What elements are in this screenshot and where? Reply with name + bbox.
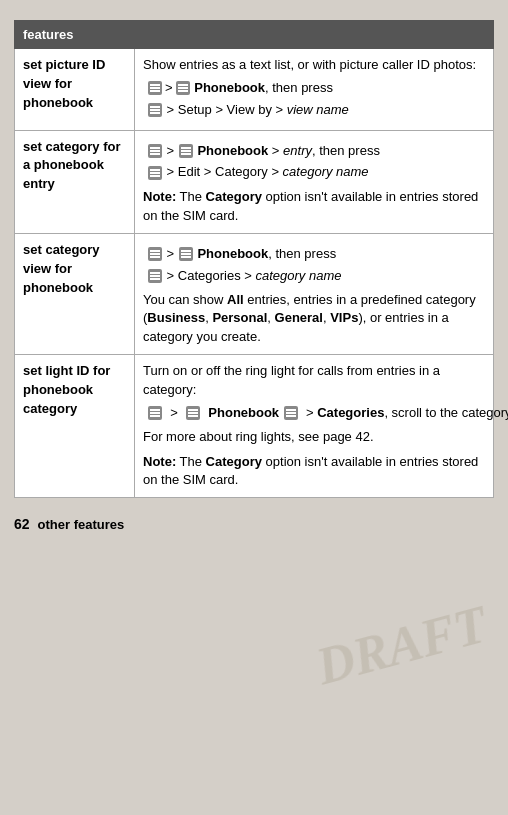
icon-area: > Phonebook, then press [147, 79, 333, 98]
table-row: set category for a phonebook entry > Pho… [15, 130, 494, 233]
menu-icon [148, 103, 162, 117]
draft-watermark: DRAFT [310, 595, 493, 697]
menu-icon [148, 247, 162, 261]
instructions-block: > Phonebook > entry, then press > Edit >… [143, 142, 485, 183]
features-table: features set picture ID view for phonebo… [14, 20, 494, 498]
menu-icon [148, 81, 162, 95]
extra-description: For more about ring lights, see page 42. [143, 428, 485, 447]
feature-content: > Phonebook, then press > Categories > c… [135, 233, 494, 354]
description-text: Turn on or off the ring light for calls … [143, 363, 440, 397]
page-footer: 62 other features [14, 498, 494, 540]
menu-icon [186, 406, 200, 420]
instructions-block: > Phonebook > Categories, scroll to the … [143, 404, 485, 423]
note-text: Note: The Category option isn't availabl… [143, 188, 485, 226]
feature-content: Turn on or off the ring light for calls … [135, 355, 494, 498]
instruction-line-1: > Phonebook > Categories, scroll to the … [143, 404, 485, 423]
menu-icon [284, 406, 298, 420]
menu-icon [148, 166, 162, 180]
menu-icon [148, 406, 162, 420]
menu-icon [179, 144, 193, 158]
menu-icon [148, 144, 162, 158]
menu-icon [179, 247, 193, 261]
menu-icon [148, 269, 162, 283]
note-text: Note: The Category option isn't availabl… [143, 453, 485, 491]
description-text: Show entries as a text list, or with pic… [143, 57, 476, 72]
instruction-line-1: > Phonebook, then press [143, 79, 485, 98]
table-row: set category view for phonebook > Phoneb… [15, 233, 494, 354]
instruction-line-2: > Edit > Category > category name [143, 163, 485, 182]
footer-label: other features [38, 517, 125, 532]
instruction-line-2: > Setup > View by > view name [143, 101, 485, 120]
menu-icon [176, 81, 190, 95]
feature-label: set light ID for phonebook category [15, 355, 135, 498]
feature-label: set category for a phonebook entry [15, 130, 135, 233]
instruction-line-2: > Categories > category name [143, 267, 485, 286]
feature-label: set picture ID view for phonebook [15, 49, 135, 131]
table-row: set picture ID view for phonebook Show e… [15, 49, 494, 131]
feature-content: > Phonebook > entry, then press > Edit >… [135, 130, 494, 233]
feature-content: Show entries as a text list, or with pic… [135, 49, 494, 131]
extra-description: You can show All entries, entries in a p… [143, 291, 485, 348]
table-header: features [15, 21, 494, 49]
instruction-line-1: > Phonebook > entry, then press [143, 142, 485, 161]
instruction-line-1: > Phonebook, then press [143, 245, 485, 264]
instructions-block: > Phonebook, then press > Setup > View b… [143, 79, 485, 120]
page-number: 62 [14, 516, 30, 532]
instructions-block: > Phonebook, then press > Categories > c… [143, 245, 485, 286]
feature-label: set category view for phonebook [15, 233, 135, 354]
table-row: set light ID for phonebook category Turn… [15, 355, 494, 498]
